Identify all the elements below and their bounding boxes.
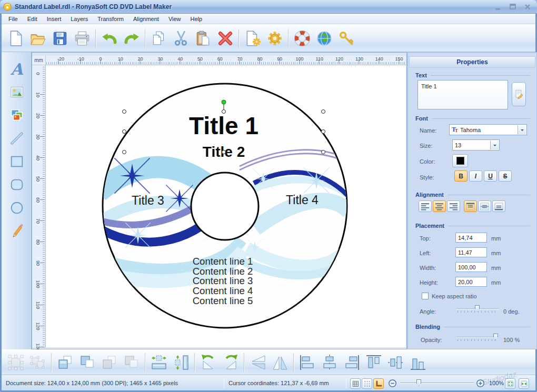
disc-title-1[interactable]: Title 1 [189,112,258,139]
dropdown-arrow-icon[interactable] [490,140,499,149]
paste-button[interactable] [192,27,214,49]
menu-alignment[interactable]: Alignment [128,15,164,23]
selection-handle[interactable] [222,150,226,154]
new-button[interactable] [5,27,27,49]
page-setup-button[interactable] [242,27,264,49]
opacity-slider[interactable] [456,334,499,342]
rulers-toggle-button[interactable] [373,378,384,389]
send-backward-button[interactable] [121,351,143,374]
ungroup-button[interactable] [27,351,49,374]
menu-help[interactable]: Help [186,15,207,23]
group-button[interactable] [5,351,27,374]
help-button[interactable] [291,27,313,49]
align-center-button[interactable] [319,351,341,374]
same-height-button[interactable] [170,351,192,374]
clipart-tool[interactable] [7,105,27,125]
fit-width-button[interactable] [519,378,529,389]
open-button[interactable] [27,27,49,49]
menu-insert[interactable]: Insert [42,15,66,23]
align-right-button[interactable] [341,351,363,374]
selection-handle[interactable] [123,130,126,134]
close-button[interactable] [523,3,532,11]
text-tool[interactable]: A [7,59,27,79]
align-bottom-button[interactable] [492,200,505,212]
align-center-button[interactable] [433,200,446,212]
image-tool[interactable] [7,82,27,102]
text-content-input[interactable]: Title 1 [417,80,508,109]
align-middle-button[interactable] [385,351,407,374]
placement-width-input[interactable] [455,262,487,272]
send-to-back-button[interactable] [76,351,98,374]
align-bottom-button[interactable] [407,351,429,374]
selection-handle[interactable] [322,130,325,134]
zoom-slider-thumb[interactable] [416,379,421,386]
line-tool[interactable] [7,128,27,148]
delete-button[interactable] [214,27,236,49]
style-s-button[interactable]: S [499,170,512,182]
selection-handle[interactable] [123,150,126,154]
placement-left-input[interactable] [455,247,487,257]
cut-button[interactable] [170,27,192,49]
menu-edit[interactable]: Edit [23,15,42,23]
ellipse-tool[interactable] [7,198,27,218]
align-top-button[interactable] [464,200,477,212]
font-name-select[interactable]: TT Tahoma [449,124,527,135]
rotate-right-button[interactable] [220,351,242,374]
zoom-slider[interactable] [400,383,474,384]
pencil-tool[interactable] [7,221,27,241]
zoom-out-button[interactable] [388,379,397,388]
maximize-button[interactable] [509,3,517,11]
rotate-left-button[interactable] [197,351,220,374]
selection-handle[interactable] [322,150,325,154]
selection-handle[interactable] [322,110,325,114]
placement-height-input[interactable] [455,277,487,287]
same-width-button[interactable] [148,351,170,374]
page-setup-icon [244,29,262,47]
style-u-button[interactable]: U [484,170,497,182]
align-right-button[interactable] [447,200,460,212]
rotation-handle[interactable] [222,100,226,104]
font-size-select[interactable]: 13 [452,139,500,150]
copy-button[interactable] [148,27,170,49]
flip-vertical-button[interactable] [247,351,269,374]
style-i-button[interactable]: I [469,170,482,182]
menu-transform[interactable]: Transform [93,15,128,23]
rounded-rectangle-tool[interactable] [7,175,27,195]
options-button[interactable] [264,27,286,49]
align-left-button[interactable] [296,351,319,374]
bring-to-front-button[interactable] [54,351,76,374]
edit-text-button[interactable] [512,82,526,106]
register-button[interactable] [335,27,357,49]
selection-handle[interactable] [222,110,226,114]
placement-top-input[interactable] [455,233,487,243]
keep-aspect-checkbox[interactable] [422,293,429,299]
grid-toggle-button[interactable] [350,378,361,389]
save-button[interactable] [49,27,71,49]
design-canvas[interactable]: Title 1 Title 2 Title 3 Title 4 Content … [46,65,406,347]
align-middle-button[interactable] [478,200,491,212]
align-left-button[interactable] [419,200,432,212]
rectangle-tool[interactable] [7,152,27,172]
zoom-in-button[interactable] [476,379,485,388]
snap-toggle-button[interactable] [362,378,372,389]
redo-button[interactable] [121,27,143,49]
font-color-button[interactable] [452,154,468,167]
dropdown-arrow-icon[interactable] [518,125,526,134]
website-button[interactable] [313,27,335,49]
align-top-button[interactable] [363,351,385,374]
disc-title-3[interactable]: Title 3 [132,194,164,207]
menu-file[interactable]: File [4,15,23,23]
menu-layers[interactable]: Layers [66,15,93,23]
style-b-button[interactable]: B [454,170,468,182]
angle-slider[interactable] [456,305,499,314]
flip-horizontal-button[interactable] [269,351,291,374]
fit-page-button[interactable] [505,378,515,389]
selection-handle[interactable] [123,110,126,114]
bring-forward-button[interactable] [98,351,121,374]
undo-button[interactable] [98,27,121,49]
menu-view[interactable]: View [164,15,186,23]
disc-title-4[interactable]: Title 4 [286,193,319,207]
disc-content-line[interactable]: Content line 5 [193,295,253,306]
print-button[interactable] [71,27,93,49]
minimize-button[interactable] [494,3,502,11]
